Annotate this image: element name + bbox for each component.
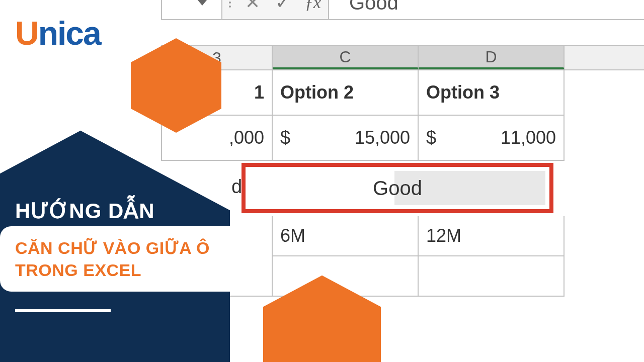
decorative-underline — [15, 309, 111, 312]
enter-icon[interactable]: ✓ — [268, 0, 298, 19]
chevron-down-icon[interactable] — [197, 0, 207, 6]
col-header-d[interactable]: D — [419, 46, 565, 69]
title-line2: CĂN CHỮ VÀO GIỮA Ô TRONG EXCEL — [15, 237, 261, 281]
cancel-icon[interactable]: ✕ — [237, 0, 268, 19]
cell[interactable] — [419, 256, 565, 297]
formula-input[interactable]: Good — [328, 0, 644, 19]
unica-logo: Unica — [15, 14, 101, 52]
title-line1: HƯỚNG DẪN — [15, 199, 155, 223]
col-header-c[interactable]: C — [273, 46, 419, 69]
cell[interactable]: Option 3 — [419, 70, 565, 116]
title-pill: CĂN CHỮ VÀO GIỮA Ô TRONG EXCEL — [0, 226, 272, 292]
svg-marker-0 — [131, 38, 221, 133]
cell[interactable]: $11,000 — [419, 116, 565, 161]
fx-icon[interactable]: ƒx — [298, 0, 328, 19]
formula-bar: ✕ ✓ ƒx Good — [161, 0, 644, 20]
separator — [222, 0, 237, 19]
selected-merged-cell[interactable]: Good — [242, 163, 553, 213]
cell[interactable]: 12M — [419, 216, 565, 256]
svg-marker-1 — [263, 276, 381, 362]
cell[interactable]: Option 2 — [273, 70, 419, 116]
name-box[interactable] — [162, 0, 222, 19]
cell[interactable]: $15,000 — [273, 116, 419, 161]
merged-cell-value: Good — [373, 177, 422, 200]
cell[interactable]: 6M — [273, 216, 419, 256]
